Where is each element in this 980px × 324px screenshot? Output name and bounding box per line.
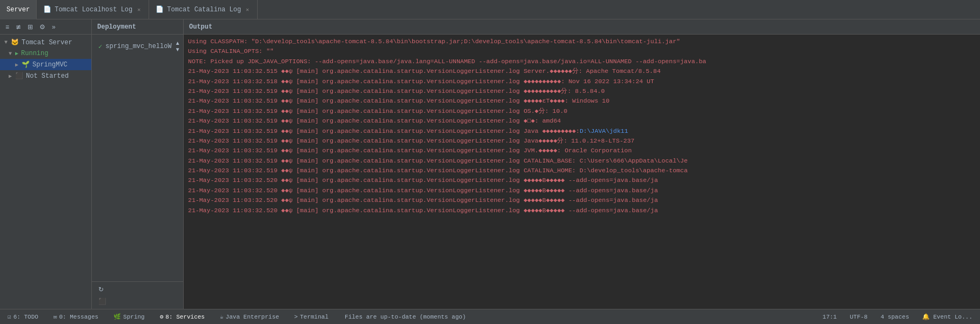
deploy-down-button[interactable]: ▼ [175,46,180,53]
log-line: 21-May-2023 11:03:32.519 ◆◆ψ [main] org.… [188,96,976,106]
output-panel: Output Using CLASSPATH: "D:\develop_tool… [184,19,980,309]
status-position[interactable]: 17:1 [820,313,840,321]
log-link[interactable]: D:\JAVA\jdk11 [580,126,628,136]
log-line: Using CATALINA_OPTS: "" [188,46,976,56]
reload-button[interactable]: ↻ [96,284,179,295]
catalina-log-tab-icon: 📄 [156,5,164,14]
log-line: 21-May-2023 11:03:32.520 ◆◆ψ [main] org.… [188,186,976,195]
terminal-icon: > [294,314,298,320]
collapse-all-button[interactable]: ≡ [3,22,11,32]
stop-icon: ⬛ [98,298,106,305]
tree-container: ▼ 🐱 Tomcat Server ▼ ▶ Running ▶ 🌱 Spring… [0,35,91,309]
spring-mvc-icon: 🌱 [22,60,30,69]
services-label: 8: Services [165,314,205,320]
filter-button[interactable]: ⚙ [37,22,48,32]
todo-label: 6: TODO [14,314,38,320]
log-line: 21-May-2023 11:03:32.519 ◆◆ψ [main] org.… [188,146,976,156]
status-terminal[interactable]: > Terminal [291,313,332,321]
not-started-label: Not Started [26,72,69,80]
expand-icon-spring-mvc: ▶ [15,62,22,68]
server-tab-label: Server [6,6,30,14]
status-java-enterprise[interactable]: ☕ Java Enterprise [217,312,283,321]
catalina-log-tab-label: Tomcat Catalina Log [167,6,241,14]
tree-item-running[interactable]: ▼ ▶ Running [0,48,91,59]
log-line: 21-May-2023 11:03:32.519 ◆◆ψ [main] org.… [188,106,976,116]
todo-icon: ☑ [8,313,11,320]
deployment-content: ✓ spring_mvc_helloW ▲ ▼ [92,35,183,281]
log-line: Using CLASSPATH: "D:\develop_tools\apach… [188,37,976,46]
output-title: Output [189,23,212,31]
more-button[interactable]: » [50,22,58,32]
status-message: Files are up-to-date (moments ago) [340,314,811,320]
status-spring[interactable]: 🌿 Spring [110,312,148,321]
stop-button[interactable]: ⬛ [96,296,179,307]
not-started-icon: ⬛ [15,72,23,80]
log-line: 21-May-2023 11:03:32.519 ◆◆ψ [main] org.… [188,136,976,146]
deployment-header: Deployment [92,19,183,35]
log-line: 21-May-2023 11:03:32.520 ◆◆ψ [main] org.… [188,195,976,205]
expand-icon-not-started: ▶ [9,73,15,79]
group-button[interactable]: ⊞ [25,22,35,32]
tree-item-tomcat-server[interactable]: ▼ 🐱 Tomcat Server [0,37,91,48]
status-services[interactable]: ⚙ 8: Services [157,312,208,321]
status-indent[interactable]: 4 spaces [877,313,912,321]
log-line: 21-May-2023 11:03:32.515 ◆◆ψ [main] org.… [188,66,976,76]
java-enterprise-label: Java Enterprise [226,314,279,320]
log-line: 21-May-2023 11:03:32.520 ◆◆ψ [main] org.… [188,206,976,215]
deployment-title: Deployment [97,23,136,31]
log-line: 21-May-2023 11:03:32.519 ◆◆ψ [main] org.… [188,156,976,166]
status-bar: ☑ 6: TODO ✉ 0: Messages 🌿 Spring ⚙ 8: Se… [0,309,980,324]
services-icon: ⚙ [160,313,164,320]
status-messages[interactable]: ✉ 0: Messages [50,312,102,321]
expand-icon-tomcat: ▼ [4,39,11,45]
terminal-label: Terminal [300,314,328,320]
reload-icon: ↻ [98,286,104,293]
deployment-item-label: spring_mvc_helloW [105,43,171,50]
spring-icon: 🌿 [113,313,121,320]
log-line: 21-May-2023 11:03:32.519 ◆◆ψ [main] org.… [188,86,976,96]
tab-server[interactable]: Server [0,0,37,19]
localhost-log-tab-label: Tomcat Localhost Log [55,6,132,14]
status-encoding[interactable]: UTF-8 [847,313,871,321]
status-right: 17:1 UTF-8 4 spaces 🔔 Event Lo... [820,312,976,321]
output-content[interactable]: Using CLASSPATH: "D:\develop_tools\apach… [184,35,980,309]
panel-actions: ↻ ⬛ [92,281,183,309]
log-line: 21-May-2023 11:03:32.519 ◆◆ψ [main] org.… [188,116,976,126]
deployment-panel: Deployment ✓ spring_mvc_helloW ▲ ▼ ↻ ⬛ [92,19,184,309]
tab-bar: Server 📄 Tomcat Localhost Log ✕ 📄 Tomcat… [0,0,980,19]
spring-label: Spring [123,314,145,320]
expand-icon-running: ▼ [9,51,15,57]
expand-all-button[interactable]: ≢ [14,22,23,32]
log-line: 21-May-2023 11:03:32.519 ◆◆ψ [main] org.… [188,126,976,136]
tab-catalina-log[interactable]: 📄 Tomcat Catalina Log ✕ [149,0,258,19]
messages-icon: ✉ [53,313,57,320]
sidebar-toolbar: ≡ ≢ ⊞ ⚙ » [0,19,91,35]
sidebar: ≡ ≢ ⊞ ⚙ » ▼ 🐱 Tomcat Server ▼ ▶ Running … [0,19,92,309]
tomcat-icon: 🐱 [11,38,19,46]
deploy-arrows: ▲ ▼ [175,40,180,53]
log-line: NOTE: Picked up JDK_JAVA_OPTIONS: --add-… [188,57,976,66]
spring-mvc-label: SpringMVC [32,61,68,69]
tree-item-spring-mvc[interactable]: ▶ 🌱 SpringMVC [0,59,91,70]
main-content: ≡ ≢ ⊞ ⚙ » ▼ 🐱 Tomcat Server ▼ ▶ Running … [0,19,980,309]
tab-localhost-log[interactable]: 📄 Tomcat Localhost Log ✕ [37,0,149,19]
localhost-log-tab-icon: 📄 [43,5,51,14]
localhost-log-tab-close[interactable]: ✕ [136,6,142,14]
status-todo[interactable]: ☑ 6: TODO [4,312,42,321]
running-label: Running [21,50,48,57]
log-line: 21-May-2023 11:03:32.518 ◆◆ψ [main] org.… [188,77,976,86]
output-header: Output [184,19,980,35]
deployment-item-spring-mvc[interactable]: ✓ spring_mvc_helloW ▲ ▼ [96,38,179,55]
deploy-up-button[interactable]: ▲ [175,40,180,46]
tree-item-not-started[interactable]: ▶ ⬛ Not Started [0,70,91,82]
messages-label: 0: Messages [59,314,98,320]
running-icon: ▶ [15,50,18,57]
check-icon: ✓ [98,43,102,51]
tomcat-server-label: Tomcat Server [22,39,72,46]
java-enterprise-icon: ☕ [220,313,224,320]
catalina-log-tab-close[interactable]: ✕ [244,6,251,14]
log-line: 21-May-2023 11:03:32.520 ◆◆ψ [main] org.… [188,176,976,185]
status-event-log[interactable]: 🔔 Event Lo... [919,312,976,321]
log-line: 21-May-2023 11:03:32.519 ◆◆ψ [main] org.… [188,166,976,176]
